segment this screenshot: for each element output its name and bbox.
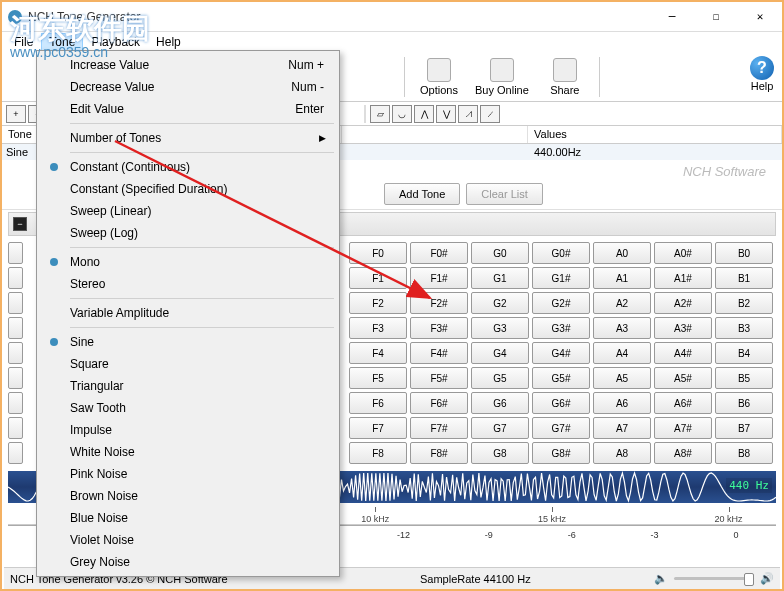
note-button[interactable]: F4# <box>410 342 468 364</box>
clear-list-button[interactable]: Clear List <box>466 183 542 205</box>
note-button[interactable]: F3# <box>410 317 468 339</box>
note-button[interactable]: A0# <box>654 242 712 264</box>
menu-help[interactable]: Help <box>148 33 189 51</box>
note-button[interactable]: G7 <box>471 417 529 439</box>
note-button[interactable]: F4 <box>349 342 407 364</box>
menu-grey-noise[interactable]: Grey Noise <box>40 551 336 573</box>
note-button[interactable]: A3 <box>593 317 651 339</box>
maximize-button[interactable]: ☐ <box>694 2 738 31</box>
menu-variable-amplitude[interactable]: Variable Amplitude <box>40 302 336 324</box>
menu-stereo[interactable]: Stereo <box>40 273 336 295</box>
collapse-toggle-icon[interactable]: − <box>13 217 27 231</box>
menu-triangular[interactable]: Triangular <box>40 375 336 397</box>
note-row-stub[interactable] <box>8 342 23 364</box>
note-row-stub[interactable] <box>8 392 23 414</box>
note-row-stub[interactable] <box>8 267 23 289</box>
menu-violet-noise[interactable]: Violet Noise <box>40 529 336 551</box>
note-button[interactable]: F0 <box>349 242 407 264</box>
wave-preset4-icon[interactable]: ⋁ <box>436 105 456 123</box>
blank-column-header[interactable] <box>342 126 528 143</box>
menu-saw-tooth[interactable]: Saw Tooth <box>40 397 336 419</box>
note-button[interactable]: F6 <box>349 392 407 414</box>
menu-sine[interactable]: Sine <box>40 331 336 353</box>
wave-preset-icon[interactable]: ▱ <box>370 105 390 123</box>
buy-online-button[interactable]: Buy Online <box>467 54 537 100</box>
note-button[interactable]: F0# <box>410 242 468 264</box>
note-button[interactable]: F2# <box>410 292 468 314</box>
menu-increase-value[interactable]: Increase ValueNum + <box>40 54 336 76</box>
volume-slider[interactable] <box>674 577 754 580</box>
menu-decrease-value[interactable]: Decrease ValueNum - <box>40 76 336 98</box>
note-button[interactable]: F1# <box>410 267 468 289</box>
menu-number-of-tones[interactable]: Number of Tones▶ <box>40 127 336 149</box>
note-button[interactable]: A8 <box>593 442 651 464</box>
note-button[interactable]: B2 <box>715 292 773 314</box>
note-button[interactable]: A6 <box>593 392 651 414</box>
note-button[interactable]: G0 <box>471 242 529 264</box>
note-button[interactable]: F8 <box>349 442 407 464</box>
note-button[interactable]: F7# <box>410 417 468 439</box>
note-row-stub[interactable] <box>8 317 23 339</box>
note-button[interactable]: F8# <box>410 442 468 464</box>
menu-constant-continuous[interactable]: Constant (Continuous) <box>40 156 336 178</box>
values-column-header[interactable]: Values <box>528 126 782 143</box>
menu-pink-noise[interactable]: Pink Noise <box>40 463 336 485</box>
help-button[interactable]: ? Help <box>750 56 774 92</box>
note-button[interactable]: G1# <box>532 267 590 289</box>
close-button[interactable]: ✕ <box>738 2 782 31</box>
menu-impulse[interactable]: Impulse <box>40 419 336 441</box>
note-button[interactable]: G0# <box>532 242 590 264</box>
menu-tone[interactable]: Tone <box>41 33 83 51</box>
menu-sweep-linear[interactable]: Sweep (Linear) <box>40 200 336 222</box>
note-button[interactable]: B5 <box>715 367 773 389</box>
note-button[interactable]: G5 <box>471 367 529 389</box>
menu-edit-value[interactable]: Edit ValueEnter <box>40 98 336 120</box>
menu-sweep-log[interactable]: Sweep (Log) <box>40 222 336 244</box>
note-button[interactable]: A3# <box>654 317 712 339</box>
menu-white-noise[interactable]: White Noise <box>40 441 336 463</box>
add-icon[interactable]: + <box>6 105 26 123</box>
note-button[interactable]: A2# <box>654 292 712 314</box>
note-button[interactable]: G5# <box>532 367 590 389</box>
note-button[interactable]: F1 <box>349 267 407 289</box>
note-button[interactable]: A7# <box>654 417 712 439</box>
note-button[interactable]: G3 <box>471 317 529 339</box>
menu-constant-duration[interactable]: Constant (Specified Duration) <box>40 178 336 200</box>
note-button[interactable]: F5 <box>349 367 407 389</box>
note-button[interactable]: B1 <box>715 267 773 289</box>
note-button[interactable]: B8 <box>715 442 773 464</box>
note-button[interactable]: G2 <box>471 292 529 314</box>
note-button[interactable]: G6 <box>471 392 529 414</box>
note-row-stub[interactable] <box>8 292 23 314</box>
note-button[interactable]: A5 <box>593 367 651 389</box>
menu-brown-noise[interactable]: Brown Noise <box>40 485 336 507</box>
note-button[interactable]: F5# <box>410 367 468 389</box>
add-tone-button[interactable]: Add Tone <box>384 183 460 205</box>
note-button[interactable]: G8 <box>471 442 529 464</box>
wave-preset5-icon[interactable]: ⩘ <box>458 105 478 123</box>
menu-mono[interactable]: Mono <box>40 251 336 273</box>
note-button[interactable]: G7# <box>532 417 590 439</box>
wave-preset2-icon[interactable]: ◡ <box>392 105 412 123</box>
menu-playback[interactable]: Playback <box>83 33 148 51</box>
note-button[interactable]: A0 <box>593 242 651 264</box>
note-row-stub[interactable] <box>8 367 23 389</box>
note-button[interactable]: F7 <box>349 417 407 439</box>
note-button[interactable]: F6# <box>410 392 468 414</box>
share-button[interactable]: Share <box>537 54 593 100</box>
note-row-stub[interactable] <box>8 442 23 464</box>
note-button[interactable]: G1 <box>471 267 529 289</box>
note-button[interactable]: G3# <box>532 317 590 339</box>
wave-preset6-icon[interactable]: ⟋ <box>480 105 500 123</box>
note-button[interactable]: A4# <box>654 342 712 364</box>
note-row-stub[interactable] <box>8 242 23 264</box>
note-button[interactable]: G4 <box>471 342 529 364</box>
options-button[interactable]: Options <box>411 54 467 100</box>
note-button[interactable]: F3 <box>349 317 407 339</box>
menu-square[interactable]: Square <box>40 353 336 375</box>
note-button[interactable]: F2 <box>349 292 407 314</box>
menu-file[interactable]: File <box>6 33 41 51</box>
wave-preset3-icon[interactable]: ⋀ <box>414 105 434 123</box>
note-button[interactable]: G4# <box>532 342 590 364</box>
note-button[interactable]: A4 <box>593 342 651 364</box>
